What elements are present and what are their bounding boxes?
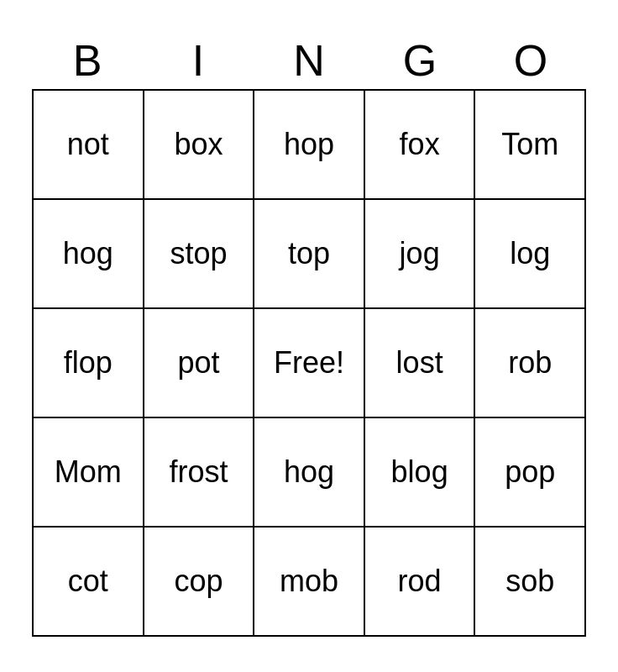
header-b: B [32, 35, 143, 86]
bingo-grid: not box hop fox Tom hog stop top jog log… [32, 89, 586, 637]
cell-0-2[interactable]: hop [254, 90, 364, 199]
cell-0-3[interactable]: fox [364, 90, 475, 199]
header-i: I [143, 35, 254, 86]
cell-3-0[interactable]: Mom [33, 417, 144, 527]
table-row: hog stop top jog log [33, 199, 585, 308]
cell-4-3[interactable]: rod [364, 527, 475, 636]
cell-3-1[interactable]: frost [144, 417, 254, 527]
bingo-container: B I N G O not box hop fox Tom hog stop t… [15, 18, 603, 654]
cell-2-3[interactable]: lost [364, 308, 475, 417]
cell-1-2[interactable]: top [254, 199, 364, 308]
cell-0-1[interactable]: box [144, 90, 254, 199]
header-o: O [475, 35, 586, 86]
cell-4-2[interactable]: mob [254, 527, 364, 636]
table-row: Mom frost hog blog pop [33, 417, 585, 527]
cell-1-0[interactable]: hog [33, 199, 144, 308]
cell-1-3[interactable]: jog [364, 199, 475, 308]
table-row: not box hop fox Tom [33, 90, 585, 199]
cell-2-0[interactable]: flop [33, 308, 144, 417]
cell-2-4[interactable]: rob [474, 308, 585, 417]
cell-2-1[interactable]: pot [144, 308, 254, 417]
bingo-header: B I N G O [32, 35, 586, 86]
cell-1-1[interactable]: stop [144, 199, 254, 308]
cell-0-0[interactable]: not [33, 90, 144, 199]
cell-4-1[interactable]: cop [144, 527, 254, 636]
cell-4-0[interactable]: cot [33, 527, 144, 636]
cell-1-4[interactable]: log [474, 199, 585, 308]
cell-0-4[interactable]: Tom [474, 90, 585, 199]
table-row: flop pot Free! lost rob [33, 308, 585, 417]
table-row: cot cop mob rod sob [33, 527, 585, 636]
cell-3-3[interactable]: blog [364, 417, 475, 527]
cell-2-2[interactable]: Free! [254, 308, 364, 417]
cell-4-4[interactable]: sob [474, 527, 585, 636]
header-g: G [364, 35, 475, 86]
header-n: N [254, 35, 364, 86]
cell-3-2[interactable]: hog [254, 417, 364, 527]
cell-3-4[interactable]: pop [474, 417, 585, 527]
